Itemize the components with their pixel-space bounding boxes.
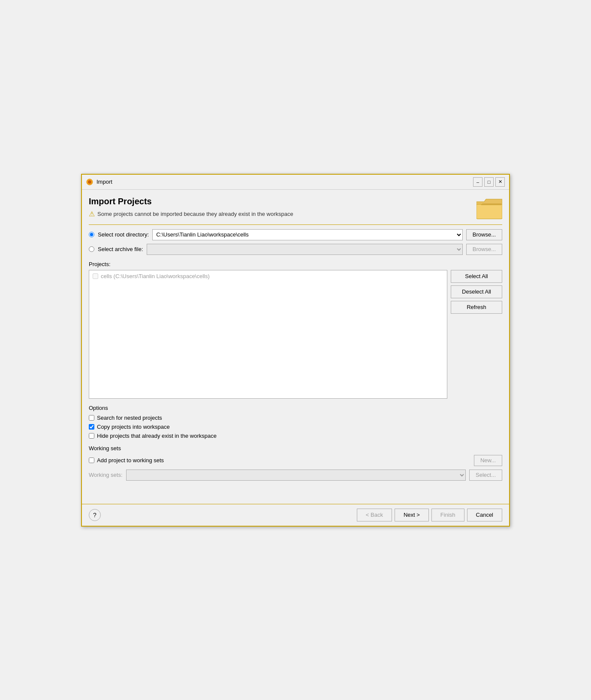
working-sets-section: Working sets Add project to working sets…: [89, 445, 502, 481]
warning-icon: ⚠: [89, 210, 95, 218]
refresh-button[interactable]: Refresh: [451, 301, 502, 314]
add-to-ws-row: Add project to working sets New...: [89, 455, 502, 466]
window-title: Import: [96, 179, 112, 185]
archive-file-select[interactable]: [147, 244, 463, 255]
copy-projects-label: Copy projects into workspace: [97, 424, 170, 430]
next-button[interactable]: Next >: [395, 509, 429, 521]
search-nested-label: Search for nested projects: [97, 415, 162, 421]
archive-browse-button[interactable]: Browse...: [466, 244, 502, 255]
title-bar-controls: – □ ✕: [473, 177, 505, 187]
folder-icon: [476, 197, 502, 220]
warning-row: ⚠ Some projects cannot be imported becau…: [89, 210, 293, 218]
archive-file-row: Select archive file: Browse...: [89, 244, 502, 255]
select-all-button[interactable]: Select All: [451, 270, 502, 283]
deselect-all-button[interactable]: Deselect All: [451, 285, 502, 298]
working-sets-label: Working sets:: [89, 472, 123, 478]
new-ws-button[interactable]: New...: [474, 455, 502, 466]
hide-existing-checkbox[interactable]: [89, 433, 94, 439]
add-to-ws-checkbox[interactable]: [89, 458, 94, 463]
directory-section: Select root directory: C:\Users\Tianlin …: [89, 229, 502, 255]
search-nested-checkbox[interactable]: [89, 415, 94, 421]
select-ws-button[interactable]: Select...: [469, 470, 502, 481]
title-bar: Import – □ ✕: [82, 175, 509, 190]
minimize-button[interactable]: –: [473, 177, 482, 187]
options-section: Options Search for nested projects Copy …: [89, 405, 502, 439]
root-directory-label: Select root directory:: [98, 231, 149, 238]
warning-text: Some projects cannot be imported because…: [97, 211, 293, 217]
dialog-content: Import Projects ⚠ Some projects cannot b…: [82, 190, 509, 504]
svg-point-1: [88, 180, 91, 184]
projects-area: cells (C:\Users\Tianlin Liao\workspace\c…: [89, 270, 502, 399]
hide-existing-row: Hide projects that already exist in the …: [89, 433, 502, 439]
bottom-bar: ? < Back Next > Finish Cancel: [82, 504, 509, 526]
archive-file-label: Select archive file:: [98, 246, 143, 252]
list-item: cells (C:\Users\Tianlin Liao\workspace\c…: [91, 272, 445, 280]
title-bar-left: Import: [86, 179, 112, 185]
ws-select-row: Working sets: Select...: [89, 470, 502, 481]
search-nested-row: Search for nested projects: [89, 415, 502, 421]
working-sets-title: Working sets: [89, 445, 502, 452]
import-dialog: Import – □ ✕ Import Projects ⚠ Some proj…: [81, 174, 510, 527]
add-to-ws-label: Add project to working sets: [97, 457, 164, 464]
archive-file-radio[interactable]: [89, 246, 94, 252]
project-name: cells (C:\Users\Tianlin Liao\workspace\c…: [101, 273, 210, 279]
root-directory-radio[interactable]: [89, 232, 94, 237]
cancel-button[interactable]: Cancel: [467, 509, 502, 521]
svg-rect-3: [476, 204, 502, 219]
eclipse-icon: [86, 179, 93, 185]
copy-projects-row: Copy projects into workspace: [89, 424, 502, 430]
bottom-left: ?: [89, 509, 101, 521]
back-button[interactable]: < Back: [357, 509, 392, 521]
projects-list: cells (C:\Users\Tianlin Liao\workspace\c…: [89, 270, 447, 399]
finish-button[interactable]: Finish: [431, 509, 464, 521]
root-directory-row: Select root directory: C:\Users\Tianlin …: [89, 229, 502, 240]
help-button[interactable]: ?: [89, 509, 101, 521]
project-checkbox[interactable]: [93, 273, 98, 279]
header-left: Import Projects ⚠ Some projects cannot b…: [89, 197, 293, 218]
spacer: [89, 487, 502, 504]
projects-label: Projects:: [89, 261, 502, 267]
close-button[interactable]: ✕: [495, 177, 505, 187]
root-directory-select[interactable]: C:\Users\Tianlin Liao\workspace\cells: [152, 229, 463, 240]
bottom-buttons: < Back Next > Finish Cancel: [357, 509, 502, 521]
page-title: Import Projects: [89, 197, 293, 206]
hide-existing-label: Hide projects that already exist in the …: [97, 433, 217, 439]
projects-section: Projects: cells (C:\Users\Tianlin Liao\w…: [89, 261, 502, 399]
separator-top: [89, 224, 502, 225]
projects-buttons: Select All Deselect All Refresh: [451, 270, 502, 399]
working-sets-dropdown[interactable]: [126, 470, 466, 481]
ws-checkbox-left: Add project to working sets: [89, 457, 164, 464]
copy-projects-checkbox[interactable]: [89, 424, 94, 430]
header-section: Import Projects ⚠ Some projects cannot b…: [89, 197, 502, 220]
options-title: Options: [89, 405, 502, 411]
maximize-button[interactable]: □: [484, 177, 494, 187]
root-browse-button[interactable]: Browse...: [466, 229, 502, 240]
